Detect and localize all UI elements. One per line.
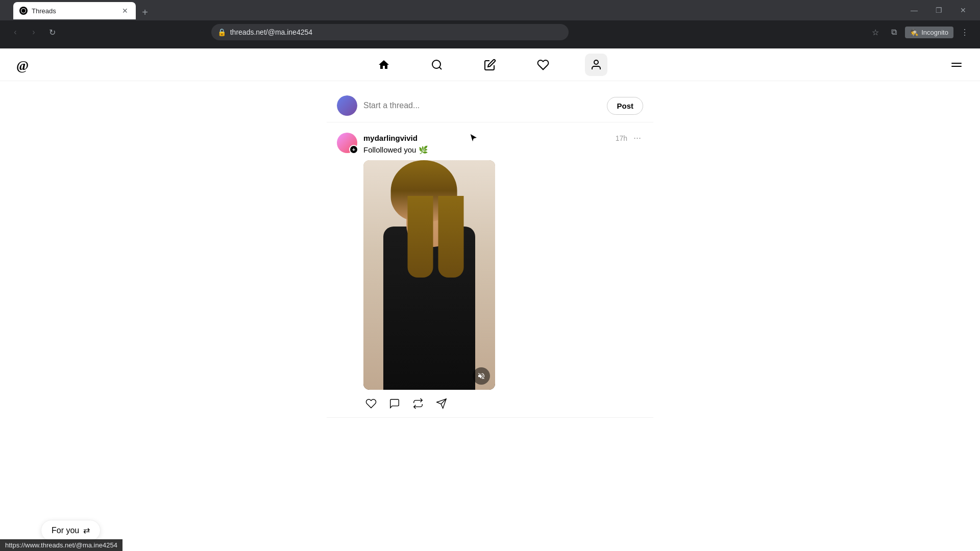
toolbar-right: ☆ ⧉ 🕵 Incognito ⋮ xyxy=(868,25,972,39)
compose-nav-button[interactable] xyxy=(479,54,501,76)
heart-icon xyxy=(537,59,549,71)
follow-plus-icon[interactable]: + xyxy=(349,145,358,154)
url-display: threads.net/@ma.ine4254 xyxy=(230,28,562,36)
composer-avatar-image xyxy=(337,95,357,116)
extensions-button[interactable]: ⧉ xyxy=(887,25,901,39)
compose-icon xyxy=(484,59,496,71)
main-content: Post + mydarlingvivid 17h ··· xyxy=(327,81,653,426)
refresh-button[interactable]: ↻ xyxy=(45,25,59,39)
minimize-button[interactable]: — xyxy=(902,1,926,19)
tab-close-button[interactable]: ✕ xyxy=(120,6,130,15)
more-options-button[interactable]: ··· xyxy=(631,133,643,143)
window-controls: — ❐ ✕ xyxy=(902,1,975,19)
comment-button[interactable] xyxy=(387,396,402,411)
post-meta: 17h ··· xyxy=(616,133,643,143)
like-button[interactable] xyxy=(363,396,379,411)
svg-text:@: @ xyxy=(16,58,29,73)
back-button[interactable]: ‹ xyxy=(8,25,22,39)
post-header: + mydarlingvivid 17h ··· Follollowed you… xyxy=(337,133,643,411)
address-bar[interactable]: 🔒 threads.net/@ma.ine4254 xyxy=(211,24,569,40)
hamburger-menu-button[interactable] xyxy=(945,54,968,76)
browser-titlebar: Threads ✕ + — ❐ ✕ xyxy=(0,0,980,20)
repost-button[interactable] xyxy=(410,396,426,411)
active-tab[interactable]: Threads ✕ xyxy=(13,2,136,19)
post-content: mydarlingvivid 17h ··· Follollowed you 🌿 xyxy=(363,133,643,411)
incognito-icon: 🕵 xyxy=(910,29,918,36)
post-text: Follollowed you 🌿 xyxy=(363,144,643,155)
forward-button[interactable]: › xyxy=(27,25,41,39)
mute-button[interactable] xyxy=(473,367,490,385)
comment-icon xyxy=(389,398,400,409)
composer-avatar xyxy=(337,95,357,116)
notifications-nav-button[interactable] xyxy=(532,54,554,76)
threads-logo: @ xyxy=(12,55,33,75)
hamburger-line-2 xyxy=(951,66,962,67)
app-container: @ xyxy=(0,48,980,551)
for-you-tab[interactable]: For you ⇄ xyxy=(41,520,101,541)
for-you-label: For you xyxy=(52,526,79,535)
search-icon xyxy=(431,59,443,71)
post-button[interactable]: Post xyxy=(607,97,643,115)
share-button[interactable] xyxy=(434,396,449,411)
incognito-label: Incognito xyxy=(921,29,948,36)
post-image-inner xyxy=(363,160,495,390)
post-image xyxy=(363,160,495,390)
home-icon xyxy=(378,59,390,71)
svg-point-1 xyxy=(432,60,440,68)
profile-icon xyxy=(590,59,602,71)
mute-icon xyxy=(477,372,485,380)
browser-chrome: Threads ✕ + — ❐ ✕ ‹ › ↻ 🔒 threads.net/@m… xyxy=(0,0,980,48)
tab-favicon xyxy=(19,7,28,15)
top-nav: @ xyxy=(0,48,980,81)
hamburger-line-1 xyxy=(951,63,962,64)
post-username[interactable]: mydarlingvivid xyxy=(363,134,418,142)
thread-post: + mydarlingvivid 17h ··· Follollowed you… xyxy=(327,127,653,418)
post-top-row: mydarlingvivid 17h ··· xyxy=(363,133,643,143)
incognito-badge: 🕵 Incognito xyxy=(905,27,953,38)
lock-icon: 🔒 xyxy=(217,28,226,36)
post-actions xyxy=(363,396,643,411)
status-url: https://www.threads.net/@ma.ine4254 xyxy=(5,541,117,549)
share-icon xyxy=(436,398,447,409)
threads-logo-icon: @ xyxy=(12,55,33,75)
home-nav-button[interactable] xyxy=(373,54,395,76)
photo-subject xyxy=(363,160,495,390)
repost-icon xyxy=(412,398,424,409)
browser-toolbar: ‹ › ↻ 🔒 threads.net/@ma.ine4254 ☆ ⧉ 🕵 In… xyxy=(0,20,980,44)
status-bar: https://www.threads.net/@ma.ine4254 xyxy=(0,539,122,551)
new-tab-button[interactable]: + xyxy=(138,5,152,19)
bookmark-button[interactable]: ☆ xyxy=(868,25,883,39)
post-time: 17h xyxy=(616,134,627,142)
maximize-button[interactable]: ❐ xyxy=(927,1,950,19)
menu-dots-button[interactable]: ⋮ xyxy=(958,25,972,39)
search-nav-button[interactable] xyxy=(426,54,448,76)
for-you-icon: ⇄ xyxy=(83,525,90,535)
tab-title: Threads xyxy=(32,7,116,15)
close-button[interactable]: ✕ xyxy=(951,1,975,19)
photo-hair-left xyxy=(408,196,433,278)
thread-composer: Post xyxy=(327,89,653,122)
svg-point-3 xyxy=(594,60,598,64)
like-icon xyxy=(365,398,377,409)
nav-icons xyxy=(373,54,607,76)
post-avatar-wrap: + xyxy=(337,133,357,153)
profile-nav-button[interactable] xyxy=(585,54,607,76)
thread-input[interactable] xyxy=(363,101,601,110)
tab-bar: Threads ✕ + xyxy=(9,1,152,19)
svg-line-2 xyxy=(439,67,442,69)
photo-hair-right xyxy=(438,196,464,278)
nav-right xyxy=(945,54,968,76)
